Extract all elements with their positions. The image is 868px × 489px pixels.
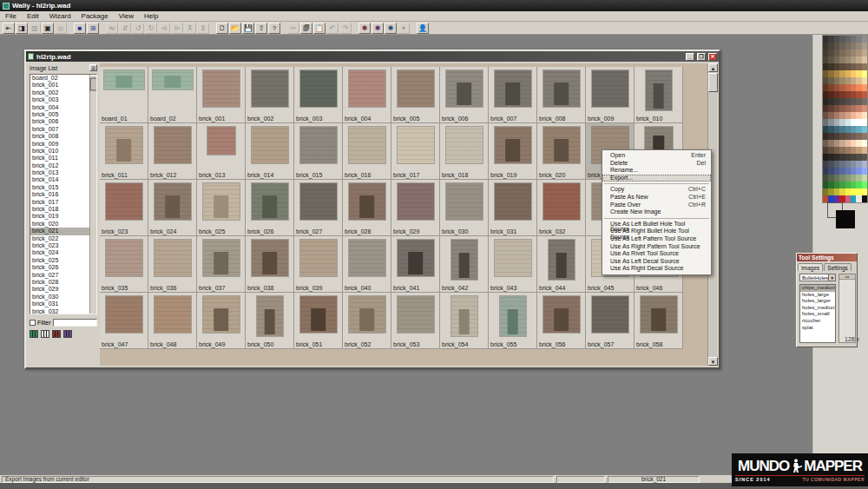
texture-cell[interactable]: brick_027 xyxy=(294,180,343,236)
texture-cell[interactable]: brick_006 xyxy=(440,67,489,123)
texture-cell[interactable]: brick_031 xyxy=(489,180,537,236)
texture-cell[interactable]: brick_040 xyxy=(343,236,391,293)
texture-cell[interactable]: brick_019 xyxy=(489,123,537,180)
import-icon[interactable]: ⇪ xyxy=(255,23,267,34)
restore-button[interactable]: ❐ xyxy=(697,53,706,61)
list-item[interactable]: brick_004 xyxy=(30,104,96,111)
texture-cell[interactable]: brick_003 xyxy=(294,67,343,123)
palette-cell[interactable] xyxy=(862,126,867,133)
list-item[interactable]: brick_027 xyxy=(30,272,96,279)
list-item[interactable]: brick_018 xyxy=(30,206,96,213)
texture-cell[interactable]: board_01 xyxy=(100,67,148,123)
decal-tool-icon[interactable]: ✱ xyxy=(385,23,397,34)
context-menu-item-use-as-left-decal-source[interactable]: Use As Left Decal Source xyxy=(602,258,711,266)
context-menu-item-use-as-rivet-tool-source[interactable]: Use As Rivet Tool Source xyxy=(602,250,711,258)
list-item[interactable]: brick_008 xyxy=(30,133,96,140)
texture-cell[interactable]: brick_009 xyxy=(586,67,635,123)
texture-cell[interactable]: brick_036 xyxy=(148,236,197,293)
texture-cell[interactable]: brick_057 xyxy=(586,293,635,349)
list-item[interactable]: brick_014 xyxy=(30,176,96,183)
palette-cell[interactable] xyxy=(862,98,867,105)
list-item[interactable]: brick_031 xyxy=(30,301,96,307)
texture-cell[interactable]: brick_026 xyxy=(246,180,294,236)
list-item[interactable]: brick_005 xyxy=(30,111,96,118)
menu-help[interactable]: Help xyxy=(139,11,163,21)
list-item[interactable]: brick_029 xyxy=(30,286,96,293)
list-item[interactable]: brick_022 xyxy=(30,235,96,242)
texture-cell[interactable]: brick_049 xyxy=(197,293,246,349)
texture-cell[interactable]: board_02 xyxy=(148,67,197,123)
menu-wizard[interactable]: Wizard xyxy=(44,11,76,21)
preview-scroll-icon[interactable]: ◂ ▸ xyxy=(839,274,855,280)
tool-list-item[interactable]: holes_medium xyxy=(800,305,835,312)
context-menu-item-delete[interactable]: DeleteDel xyxy=(602,160,711,168)
menu-file[interactable]: File xyxy=(0,11,22,21)
image-list-scrollbar[interactable]: ▲ xyxy=(89,75,96,314)
palette-cell[interactable] xyxy=(862,112,867,119)
chevron-down-icon[interactable]: ▼ xyxy=(828,274,835,281)
texture-cell[interactable]: brick_007 xyxy=(489,67,537,123)
bullethole-left-icon[interactable]: ✱ xyxy=(358,23,371,34)
tool-settings-title[interactable]: Tool Settings xyxy=(797,254,857,261)
list-item[interactable]: brick_002 xyxy=(30,89,96,96)
list-item[interactable]: brick_009 xyxy=(30,141,96,148)
texture-cell[interactable]: brick_043 xyxy=(489,236,537,293)
scroll-down-icon[interactable]: ▼ xyxy=(708,357,718,366)
texture-cell[interactable]: brick_011 xyxy=(100,123,148,180)
texture-cell[interactable]: brick_058 xyxy=(635,293,683,349)
texture-cell[interactable]: brick_023 xyxy=(100,180,148,236)
list-item[interactable]: brick_024 xyxy=(30,249,96,256)
texture-cell[interactable]: brick_044 xyxy=(537,236,586,293)
collapse-pane-icon[interactable]: ▤ xyxy=(89,64,97,71)
texture-cell[interactable]: brick_053 xyxy=(391,293,440,349)
texture-cell[interactable]: brick_025 xyxy=(197,180,246,236)
texture-cell[interactable]: brick_020 xyxy=(537,123,586,180)
context-menu-item-rename[interactable]: Rename... xyxy=(602,167,711,175)
texture-cell[interactable]: brick_018 xyxy=(440,123,489,180)
palette-cell[interactable] xyxy=(862,105,867,112)
list-item[interactable]: brick_019 xyxy=(30,213,96,220)
view-image-icon[interactable]: ▣ xyxy=(42,23,54,34)
palette-cell[interactable] xyxy=(862,133,867,140)
list-item[interactable]: brick_011 xyxy=(30,155,96,162)
list-item[interactable]: brick_015 xyxy=(30,184,96,191)
texture-cell[interactable]: brick_004 xyxy=(343,67,391,123)
palette-cell[interactable] xyxy=(862,119,867,126)
texture-cell[interactable]: brick_001 xyxy=(197,67,246,123)
list-item[interactable]: brick_010 xyxy=(30,148,96,155)
texture-cell[interactable]: brick_008 xyxy=(537,67,586,123)
tool-list-item[interactable]: splat xyxy=(800,325,835,332)
bullethole-right-icon[interactable]: ✱ xyxy=(372,23,384,34)
palette-view-icon[interactable]: ■ xyxy=(74,23,86,34)
foreground-color-chip[interactable] xyxy=(836,210,855,228)
palette-cell[interactable] xyxy=(862,56,867,63)
texture-cell[interactable]: brick_030 xyxy=(440,180,489,236)
texture-cell[interactable]: brick_029 xyxy=(391,180,440,236)
wad-type-icon-4[interactable] xyxy=(63,330,72,338)
save-icon[interactable]: 💾 xyxy=(242,23,254,34)
palette-cell[interactable] xyxy=(862,84,867,91)
scroll-thumb[interactable] xyxy=(708,73,718,92)
filter-checkbox[interactable] xyxy=(30,320,36,326)
list-item[interactable]: brick_007 xyxy=(30,126,96,133)
texture-cell[interactable]: brick_014 xyxy=(246,123,294,180)
list-item[interactable]: brick_030 xyxy=(30,294,96,301)
context-menu-item-paste-as-new[interactable]: Paste As NewCtrl+E xyxy=(602,194,711,202)
context-menu-item-export[interactable]: Export... xyxy=(602,175,711,182)
list-item[interactable]: brick_016 xyxy=(30,191,96,198)
palette-cell[interactable] xyxy=(862,50,867,56)
scroll-up-icon[interactable]: ▲ xyxy=(708,63,718,72)
view-list-icon[interactable]: ⇤ xyxy=(3,23,15,34)
tab-images[interactable]: Images xyxy=(798,263,823,271)
list-item[interactable]: brick_026 xyxy=(30,264,96,271)
context-menu-item-use-as-right-pattern-tool-source[interactable]: Use As Right Pattern Tool Source xyxy=(602,243,711,251)
list-item[interactable]: brick_021 xyxy=(30,228,96,235)
context-menu-item-open[interactable]: OpenEnter xyxy=(602,152,711,160)
list-item[interactable]: brick_001 xyxy=(30,82,96,89)
menu-edit[interactable]: Edit xyxy=(22,11,44,21)
list-item[interactable]: brick_028 xyxy=(30,279,96,286)
palette-cell[interactable] xyxy=(862,154,867,161)
texture-cell[interactable]: brick_012 xyxy=(148,123,197,180)
palette-cell[interactable] xyxy=(862,140,867,147)
list-item[interactable]: brick_023 xyxy=(30,242,96,249)
